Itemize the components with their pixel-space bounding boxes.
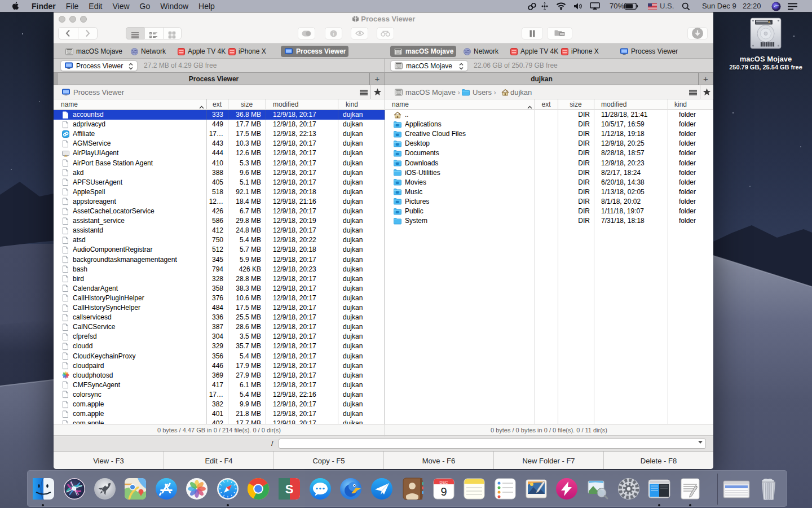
svg-text:i: i bbox=[333, 30, 334, 36]
svg-text:S: S bbox=[285, 482, 294, 496]
svg-text:9: 9 bbox=[440, 485, 447, 498]
svg-text:DEC: DEC bbox=[439, 480, 448, 484]
